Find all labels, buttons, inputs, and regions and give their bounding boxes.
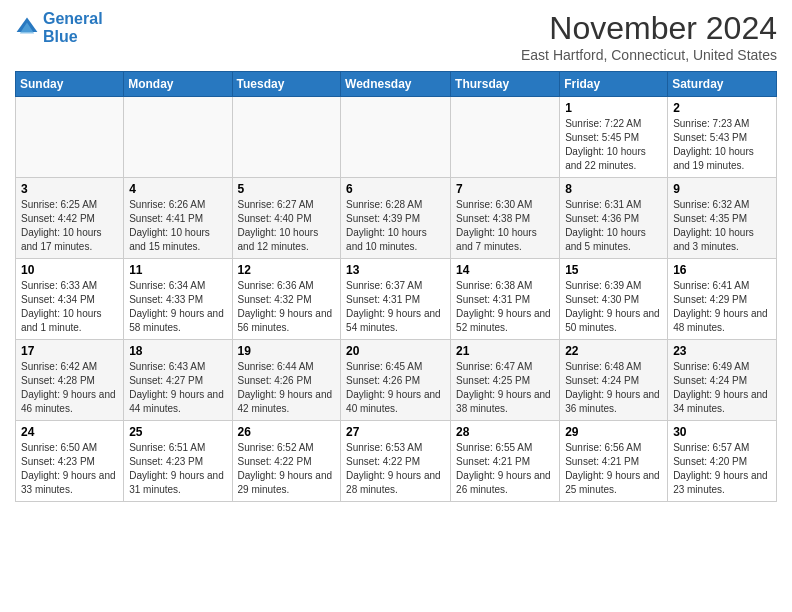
day-number: 29 [565,425,662,439]
day-cell: 13Sunrise: 6:37 AM Sunset: 4:31 PM Dayli… [341,259,451,340]
day-cell: 4Sunrise: 6:26 AM Sunset: 4:41 PM Daylig… [124,178,232,259]
day-cell: 19Sunrise: 6:44 AM Sunset: 4:26 PM Dayli… [232,340,341,421]
day-info: Sunrise: 6:31 AM Sunset: 4:36 PM Dayligh… [565,198,662,254]
header-row: SundayMondayTuesdayWednesdayThursdayFrid… [16,72,777,97]
column-header-tuesday: Tuesday [232,72,341,97]
day-cell: 5Sunrise: 6:27 AM Sunset: 4:40 PM Daylig… [232,178,341,259]
day-number: 1 [565,101,662,115]
day-info: Sunrise: 6:52 AM Sunset: 4:22 PM Dayligh… [238,441,336,497]
column-header-thursday: Thursday [451,72,560,97]
day-cell: 22Sunrise: 6:48 AM Sunset: 4:24 PM Dayli… [560,340,668,421]
day-number: 13 [346,263,445,277]
logo-icon [15,16,39,40]
location: East Hartford, Connecticut, United State… [521,47,777,63]
day-cell: 3Sunrise: 6:25 AM Sunset: 4:42 PM Daylig… [16,178,124,259]
day-number: 17 [21,344,118,358]
day-number: 23 [673,344,771,358]
day-cell: 18Sunrise: 6:43 AM Sunset: 4:27 PM Dayli… [124,340,232,421]
day-cell: 28Sunrise: 6:55 AM Sunset: 4:21 PM Dayli… [451,421,560,502]
logo: General Blue [15,10,103,45]
column-header-wednesday: Wednesday [341,72,451,97]
day-info: Sunrise: 6:28 AM Sunset: 4:39 PM Dayligh… [346,198,445,254]
day-info: Sunrise: 6:25 AM Sunset: 4:42 PM Dayligh… [21,198,118,254]
day-info: Sunrise: 6:34 AM Sunset: 4:33 PM Dayligh… [129,279,226,335]
day-cell: 16Sunrise: 6:41 AM Sunset: 4:29 PM Dayli… [668,259,777,340]
month-title: November 2024 [521,10,777,47]
day-info: Sunrise: 6:45 AM Sunset: 4:26 PM Dayligh… [346,360,445,416]
day-cell: 2Sunrise: 7:23 AM Sunset: 5:43 PM Daylig… [668,97,777,178]
week-row-3: 10Sunrise: 6:33 AM Sunset: 4:34 PM Dayli… [16,259,777,340]
day-cell: 29Sunrise: 6:56 AM Sunset: 4:21 PM Dayli… [560,421,668,502]
day-info: Sunrise: 7:23 AM Sunset: 5:43 PM Dayligh… [673,117,771,173]
day-number: 16 [673,263,771,277]
day-info: Sunrise: 6:41 AM Sunset: 4:29 PM Dayligh… [673,279,771,335]
day-number: 8 [565,182,662,196]
day-info: Sunrise: 6:49 AM Sunset: 4:24 PM Dayligh… [673,360,771,416]
day-number: 10 [21,263,118,277]
day-cell: 20Sunrise: 6:45 AM Sunset: 4:26 PM Dayli… [341,340,451,421]
day-info: Sunrise: 6:50 AM Sunset: 4:23 PM Dayligh… [21,441,118,497]
week-row-2: 3Sunrise: 6:25 AM Sunset: 4:42 PM Daylig… [16,178,777,259]
day-number: 26 [238,425,336,439]
day-number: 7 [456,182,554,196]
title-section: November 2024 East Hartford, Connecticut… [521,10,777,63]
week-row-1: 1Sunrise: 7:22 AM Sunset: 5:45 PM Daylig… [16,97,777,178]
day-number: 28 [456,425,554,439]
day-cell: 12Sunrise: 6:36 AM Sunset: 4:32 PM Dayli… [232,259,341,340]
column-header-saturday: Saturday [668,72,777,97]
day-number: 12 [238,263,336,277]
day-info: Sunrise: 6:32 AM Sunset: 4:35 PM Dayligh… [673,198,771,254]
day-info: Sunrise: 6:48 AM Sunset: 4:24 PM Dayligh… [565,360,662,416]
day-info: Sunrise: 6:38 AM Sunset: 4:31 PM Dayligh… [456,279,554,335]
day-info: Sunrise: 6:53 AM Sunset: 4:22 PM Dayligh… [346,441,445,497]
day-info: Sunrise: 6:26 AM Sunset: 4:41 PM Dayligh… [129,198,226,254]
day-info: Sunrise: 6:36 AM Sunset: 4:32 PM Dayligh… [238,279,336,335]
day-cell: 7Sunrise: 6:30 AM Sunset: 4:38 PM Daylig… [451,178,560,259]
logo-text: General Blue [43,10,103,45]
day-number: 25 [129,425,226,439]
calendar-table: SundayMondayTuesdayWednesdayThursdayFrid… [15,71,777,502]
day-cell: 26Sunrise: 6:52 AM Sunset: 4:22 PM Dayli… [232,421,341,502]
day-cell: 25Sunrise: 6:51 AM Sunset: 4:23 PM Dayli… [124,421,232,502]
day-cell [232,97,341,178]
calendar-body: 1Sunrise: 7:22 AM Sunset: 5:45 PM Daylig… [16,97,777,502]
day-cell: 8Sunrise: 6:31 AM Sunset: 4:36 PM Daylig… [560,178,668,259]
day-cell [341,97,451,178]
day-cell: 24Sunrise: 6:50 AM Sunset: 4:23 PM Dayli… [16,421,124,502]
day-cell: 14Sunrise: 6:38 AM Sunset: 4:31 PM Dayli… [451,259,560,340]
week-row-4: 17Sunrise: 6:42 AM Sunset: 4:28 PM Dayli… [16,340,777,421]
day-number: 5 [238,182,336,196]
day-cell: 21Sunrise: 6:47 AM Sunset: 4:25 PM Dayli… [451,340,560,421]
day-info: Sunrise: 6:39 AM Sunset: 4:30 PM Dayligh… [565,279,662,335]
day-info: Sunrise: 6:56 AM Sunset: 4:21 PM Dayligh… [565,441,662,497]
logo-line1: General [43,10,103,27]
day-cell: 1Sunrise: 7:22 AM Sunset: 5:45 PM Daylig… [560,97,668,178]
day-info: Sunrise: 6:37 AM Sunset: 4:31 PM Dayligh… [346,279,445,335]
day-cell [124,97,232,178]
day-info: Sunrise: 6:33 AM Sunset: 4:34 PM Dayligh… [21,279,118,335]
day-cell: 27Sunrise: 6:53 AM Sunset: 4:22 PM Dayli… [341,421,451,502]
day-number: 24 [21,425,118,439]
day-info: Sunrise: 6:44 AM Sunset: 4:26 PM Dayligh… [238,360,336,416]
day-cell: 11Sunrise: 6:34 AM Sunset: 4:33 PM Dayli… [124,259,232,340]
day-info: Sunrise: 6:27 AM Sunset: 4:40 PM Dayligh… [238,198,336,254]
day-number: 9 [673,182,771,196]
day-info: Sunrise: 6:43 AM Sunset: 4:27 PM Dayligh… [129,360,226,416]
week-row-5: 24Sunrise: 6:50 AM Sunset: 4:23 PM Dayli… [16,421,777,502]
day-number: 14 [456,263,554,277]
column-header-friday: Friday [560,72,668,97]
column-header-monday: Monday [124,72,232,97]
day-info: Sunrise: 6:55 AM Sunset: 4:21 PM Dayligh… [456,441,554,497]
day-number: 27 [346,425,445,439]
day-cell: 6Sunrise: 6:28 AM Sunset: 4:39 PM Daylig… [341,178,451,259]
column-header-sunday: Sunday [16,72,124,97]
day-info: Sunrise: 6:30 AM Sunset: 4:38 PM Dayligh… [456,198,554,254]
day-cell: 17Sunrise: 6:42 AM Sunset: 4:28 PM Dayli… [16,340,124,421]
day-number: 11 [129,263,226,277]
day-cell [16,97,124,178]
day-cell: 10Sunrise: 6:33 AM Sunset: 4:34 PM Dayli… [16,259,124,340]
day-number: 30 [673,425,771,439]
logo-line2: Blue [43,28,78,45]
day-info: Sunrise: 6:51 AM Sunset: 4:23 PM Dayligh… [129,441,226,497]
day-info: Sunrise: 6:47 AM Sunset: 4:25 PM Dayligh… [456,360,554,416]
